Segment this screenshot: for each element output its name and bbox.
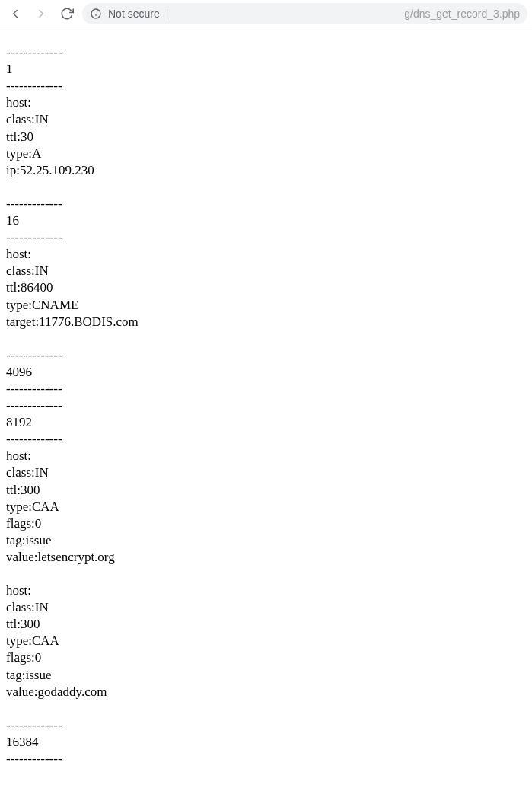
record-tag: tag:issue xyxy=(6,668,52,682)
record-host: host: xyxy=(6,95,31,110)
record-number: 4096 xyxy=(6,365,32,379)
record-tag: tag:issue xyxy=(6,533,52,547)
record-ip: ip:52.25.109.230 xyxy=(6,163,94,177)
record-value: value:letsencrypt.org xyxy=(6,550,115,564)
page-content: ------------- 1 ------------- host: clas… xyxy=(0,27,532,767)
record-number: 16 xyxy=(6,213,19,228)
record-ttl: ttl:30 xyxy=(6,129,33,144)
browser-toolbar: Not secure | g/dns_get_record_3.php xyxy=(0,0,532,27)
separator: | xyxy=(166,8,169,20)
record-host: host: xyxy=(6,448,31,463)
separator-line: ------------- xyxy=(6,432,62,446)
record-ttl: ttl:86400 xyxy=(6,280,53,295)
separator-line: ------------- xyxy=(6,196,62,211)
separator-line: ------------- xyxy=(6,45,62,59)
record-type: type:A xyxy=(6,146,41,161)
url-hidden-part xyxy=(174,8,398,20)
address-bar[interactable]: Not secure | g/dns_get_record_3.php xyxy=(82,3,527,24)
record-class: class:IN xyxy=(6,263,49,278)
record-flags: flags:0 xyxy=(6,516,41,531)
record-flags: flags:0 xyxy=(6,650,41,665)
info-icon xyxy=(90,8,102,20)
url-visible-tail: g/dns_get_record_3.php xyxy=(404,8,520,20)
record-type: type:CNAME xyxy=(6,298,78,312)
separator-line: ------------- xyxy=(6,751,62,766)
record-ttl: ttl:300 xyxy=(6,483,40,497)
record-ttl: ttl:300 xyxy=(6,617,40,631)
separator-line: ------------- xyxy=(6,381,62,396)
record-host: host: xyxy=(6,247,31,261)
separator-line: ------------- xyxy=(6,398,62,413)
separator-line: ------------- xyxy=(6,78,62,93)
record-class: class:IN xyxy=(6,112,49,126)
record-type: type:CAA xyxy=(6,499,59,514)
record-class: class:IN xyxy=(6,465,49,480)
reload-button[interactable] xyxy=(56,3,78,24)
record-value: value:godaddy.com xyxy=(6,684,107,699)
record-target: target:11776.BODIS.com xyxy=(6,314,139,329)
security-label: Not secure xyxy=(108,8,160,20)
record-number: 8192 xyxy=(6,415,32,429)
forward-button[interactable] xyxy=(30,3,52,24)
record-type: type:CAA xyxy=(6,633,59,648)
separator-line: ------------- xyxy=(6,348,62,362)
separator-line: ------------- xyxy=(6,230,62,244)
separator-line: ------------- xyxy=(6,718,62,732)
record-host: host: xyxy=(6,583,31,598)
record-number: 1 xyxy=(6,62,13,76)
back-button[interactable] xyxy=(5,3,26,24)
record-number: 16384 xyxy=(6,735,39,749)
record-class: class:IN xyxy=(6,600,49,614)
